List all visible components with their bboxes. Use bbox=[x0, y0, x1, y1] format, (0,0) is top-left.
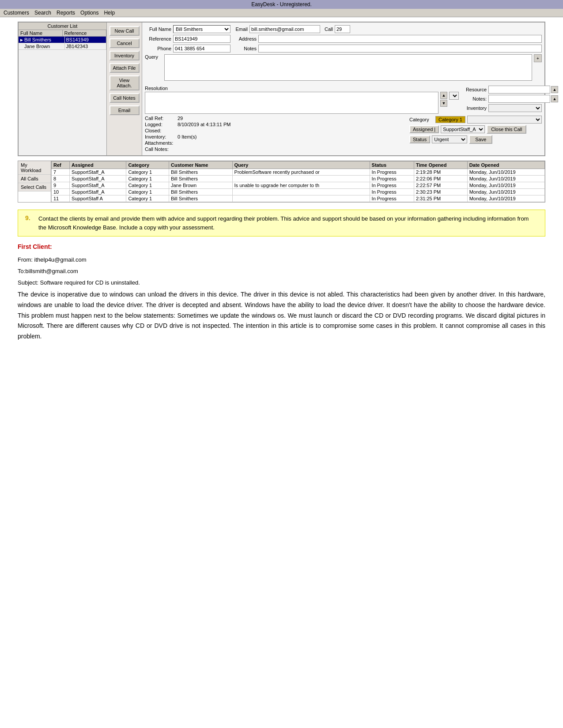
callref-row: Call Ref: 29 bbox=[145, 116, 406, 121]
col-assigned: Assigned bbox=[70, 161, 126, 169]
fullname-label: Full Name bbox=[145, 26, 171, 32]
row-arrow-2 bbox=[19, 43, 23, 49]
close-call-button[interactable]: Close this Call bbox=[487, 125, 526, 134]
table-row[interactable]: 10SupportStaff_ACategory 1Bill SmithersI… bbox=[52, 189, 545, 195]
category-label: Category bbox=[409, 117, 434, 122]
row-phone-notes: Phone Notes bbox=[145, 45, 542, 53]
phone-label: Phone bbox=[145, 46, 171, 51]
notes-input[interactable] bbox=[258, 45, 542, 53]
customer-list-panel: Customer List Full Name Reference ► Bill… bbox=[19, 23, 107, 155]
assigned-row: Assigned | SupportStaff_A Close this Cal… bbox=[409, 125, 542, 134]
email-label: Email bbox=[232, 26, 248, 32]
email-button[interactable]: Email bbox=[110, 105, 140, 115]
row-reference-address: Reference Address bbox=[145, 35, 542, 43]
row-arrow: ► bbox=[19, 37, 23, 43]
query-plus-button[interactable]: + bbox=[534, 54, 542, 62]
workload-wrapper: My Workload All Calls Select Calls Ref A… bbox=[18, 161, 545, 203]
inventory-row: Inventory: 0 Item(s) bbox=[145, 134, 406, 139]
customer-ref-bill: BS141949 bbox=[65, 37, 107, 43]
col-date: Date Opened bbox=[467, 161, 544, 169]
row-fullname-email: Full Name Bill Smithers Email Call bbox=[145, 25, 542, 33]
email-input[interactable] bbox=[249, 25, 320, 33]
table-row[interactable]: 11SupportStaff ACategory 1Bill SmithersI… bbox=[52, 195, 545, 202]
menu-options[interactable]: Options bbox=[80, 10, 98, 16]
reference-input[interactable] bbox=[173, 35, 230, 43]
new-call-button[interactable]: New Call bbox=[110, 26, 140, 36]
status-row: Status Urgent Save bbox=[409, 135, 542, 144]
form-panel: Full Name Bill Smithers Email Call Refer… bbox=[142, 23, 544, 155]
view-attach-button[interactable]: View Attach. bbox=[110, 75, 140, 90]
table-row[interactable]: 7SupportStaff_ACategory 1Bill SmithersPr… bbox=[52, 169, 545, 176]
assigned-button[interactable]: Assigned | bbox=[409, 125, 439, 133]
sidebar-select-calls[interactable]: Select Calls bbox=[18, 183, 51, 191]
workload-sidebar: My Workload All Calls Select Calls bbox=[18, 161, 51, 202]
sidebar-all-calls[interactable]: All Calls bbox=[18, 175, 51, 183]
cancel-button[interactable]: Cancel bbox=[110, 38, 140, 48]
logged-value: 8/10/2019 at 4:13:11 PM bbox=[178, 122, 230, 127]
resource-input[interactable] bbox=[488, 86, 550, 94]
customer-name-bill: Bill Smithers bbox=[23, 37, 65, 43]
attach-file-button[interactable]: Attach File bbox=[110, 63, 140, 73]
notes-right-label: Notes: bbox=[462, 96, 487, 101]
callref-label: Call Ref: bbox=[145, 116, 176, 121]
call-input[interactable] bbox=[335, 25, 350, 33]
assigned-select[interactable]: SupportStaff_A bbox=[441, 125, 485, 133]
status-select[interactable]: Urgent bbox=[432, 135, 467, 143]
resolution-down-btn[interactable]: ▼ bbox=[440, 100, 447, 107]
status-button[interactable]: Status bbox=[409, 135, 430, 143]
col-customer: Customer Name bbox=[169, 161, 232, 169]
resource-up-btn[interactable]: ▲ bbox=[551, 86, 558, 93]
menu-reports[interactable]: Reports bbox=[57, 10, 75, 16]
closed-label: Closed: bbox=[145, 128, 176, 133]
sidebar-my-workload[interactable]: My Workload bbox=[18, 161, 51, 175]
attachments-row: Attachments: bbox=[145, 140, 406, 146]
attachments-label: Attachments: bbox=[145, 140, 176, 146]
resolution-row: Resolution ▲ ▼ Resource ▲ bbox=[145, 86, 542, 114]
menu-customers[interactable]: Customers bbox=[4, 10, 29, 16]
written-content: First Client: From: ithelp4u@gmail.com T… bbox=[18, 242, 545, 342]
inventory-row-label: Inventory: bbox=[145, 134, 176, 139]
customer-name-jane: Jane Brown bbox=[23, 43, 65, 49]
call-notes-button[interactable]: Call Notes bbox=[110, 93, 140, 103]
category-select[interactable] bbox=[467, 116, 542, 124]
save-button[interactable]: Save bbox=[469, 135, 492, 144]
inventory-select[interactable] bbox=[488, 104, 542, 112]
phone-input[interactable] bbox=[173, 45, 230, 53]
query-textarea[interactable] bbox=[164, 54, 532, 81]
menu-help[interactable]: Help bbox=[104, 10, 115, 16]
notes-right-input[interactable] bbox=[488, 95, 550, 103]
notes-right-row: Notes: ▲ bbox=[462, 95, 542, 103]
callnotes-row: Call Notes: bbox=[145, 146, 406, 152]
table-row[interactable]: 9SupportStaff_ACategory 1Jane BrownIs un… bbox=[52, 182, 545, 189]
bottom-fields: Call Ref: 29 Logged: 8/10/2019 at 4:13:1… bbox=[145, 116, 542, 153]
instruction-number: 9. bbox=[25, 214, 34, 232]
bottom-right: Category Category 1 Assigned | SupportSt… bbox=[409, 116, 542, 153]
menu-bar: Customers Search Reports Options Help bbox=[0, 9, 563, 17]
col-query: Query bbox=[232, 161, 370, 169]
col-time: Time Opened bbox=[414, 161, 467, 169]
resolution-right: Resource ▲ Notes: ▲ Inventory bbox=[462, 86, 542, 113]
query-row: Query + bbox=[145, 54, 542, 84]
inventory-right-label: Inventory bbox=[462, 105, 487, 111]
address-label: Address bbox=[232, 36, 257, 41]
resolution-select[interactable] bbox=[449, 92, 459, 100]
first-client-label: First Client: bbox=[18, 242, 545, 252]
resolution-up-btn[interactable]: ▲ bbox=[440, 92, 447, 99]
address-input[interactable] bbox=[258, 35, 542, 43]
col-ref: Ref bbox=[52, 161, 70, 169]
resolution-textarea[interactable] bbox=[145, 92, 438, 114]
to-line: To:billsmith@gmail.com bbox=[18, 266, 545, 276]
app-title: EasyDesk - Unregistered. bbox=[251, 1, 312, 8]
closed-row: Closed: bbox=[145, 128, 406, 133]
inventory-button[interactable]: Inventory bbox=[110, 51, 140, 60]
inventory-row-value: 0 Item(s) bbox=[178, 134, 196, 139]
customer-row-bill[interactable]: ► Bill Smithers BS141949 bbox=[19, 37, 106, 43]
notes-right-btn[interactable]: ▲ bbox=[551, 95, 558, 102]
menu-search[interactable]: Search bbox=[34, 10, 51, 16]
customer-ref-jane: JB142343 bbox=[65, 43, 107, 49]
table-row[interactable]: 8SupportStaff_ACategory 1Bill SmithersIn… bbox=[52, 176, 545, 182]
customer-list-columns: Full Name Reference bbox=[19, 30, 106, 37]
top-bar: EasyDesk - Unregistered. bbox=[0, 0, 563, 9]
customer-row-jane[interactable]: Jane Brown JB142343 bbox=[19, 43, 106, 50]
fullname-select[interactable]: Bill Smithers bbox=[173, 25, 230, 33]
